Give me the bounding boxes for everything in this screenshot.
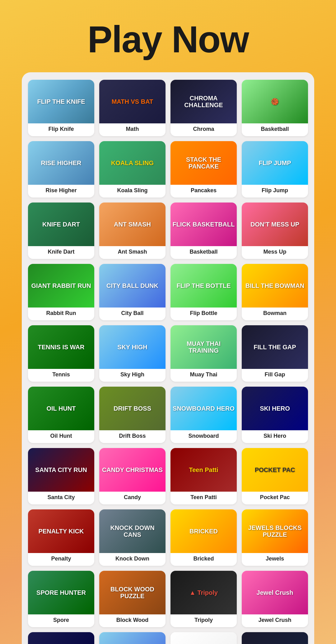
game-thumb-teen-patti: Teen Patti — [170, 448, 237, 492]
game-item-spore[interactable]: SPORE HUNTERSpore — [28, 571, 94, 627]
game-item-rabbit-run[interactable]: GIANT RABBIT RUNRabbit Run — [28, 264, 94, 320]
game-item-flip-bottle[interactable]: FLIP THE BOTTLEFlip Bottle — [170, 264, 237, 320]
game-item-chroma[interactable]: CHROMA CHALLENGEChroma — [170, 80, 237, 136]
game-label-rabbit-run: Rabbit Run — [45, 308, 77, 318]
game-label-pancakes: Pancakes — [189, 185, 218, 195]
game-label-penalty: Penalty — [50, 553, 72, 563]
game-label-mess-up: Mess Up — [262, 246, 287, 256]
game-item-sky-castle[interactable]: SKY CASTLESky Castle — [99, 632, 166, 644]
game-item-basketball[interactable]: 🏀Basketball — [242, 80, 308, 136]
game-item-megacity[interactable]: MEGACITYMegacity — [242, 632, 308, 644]
game-item-santa-city[interactable]: SANTA CITY RUNSanta City — [28, 448, 94, 504]
game-item-mess-up[interactable]: DON'T MESS UPMess Up — [242, 203, 308, 259]
game-label-math: Math — [125, 123, 140, 134]
game-thumb-flip-knife: FLIP THE KNIFE — [28, 80, 94, 123]
game-thumb-chroma: CHROMA CHALLENGE — [170, 80, 237, 123]
game-label-pocket-pac: Pocket Pac — [259, 492, 291, 502]
header: Play Now — [0, 0, 336, 72]
game-thumb-knock-down: KNOCK DOWN CANS — [99, 509, 166, 553]
game-thumb-math: MATH VS BAT — [99, 80, 166, 123]
game-item-koala-sling[interactable]: KOALA SLINGKoala Sling — [99, 141, 166, 198]
game-item-oil-hunt[interactable]: OIL HUNTOil Hunt — [28, 387, 94, 443]
game-item-teen-patti[interactable]: Teen PattiTeen Patti — [170, 448, 237, 504]
game-item-pocket-pac[interactable]: POCKET PACPocket Pac — [242, 448, 308, 504]
game-label-spore: Spore — [52, 614, 70, 625]
game-thumb-pancakes: STACK THE PANCAKE — [170, 141, 237, 185]
game-label-sky-high: Sky High — [119, 369, 146, 379]
game-thumb-fill-gap: FILL THE GAP — [242, 325, 308, 369]
game-thumb-santa-city: SANTA CITY RUN — [28, 448, 94, 492]
game-item-penalty[interactable]: PENALTY KICKPenalty — [28, 509, 94, 566]
game-item-flip-knife[interactable]: FLIP THE KNIFEFlip Knife — [28, 80, 94, 136]
game-label-bowman: Bowman — [262, 308, 288, 318]
game-thumb-hop-stars: HOP STARS — [28, 632, 94, 644]
game-thumb-ski-hero: SKI HERO — [242, 387, 308, 430]
game-thumb-tripoly: ▲ Tripoly — [170, 571, 237, 614]
game-label-fill-gap: Fill Gap — [263, 369, 286, 379]
game-item-drift-boss[interactable]: DRIFT BOSSDrift Boss — [99, 387, 166, 443]
game-label-flick-basketball: Basketball — [188, 246, 219, 256]
game-item-ant-smash[interactable]: ANT SMASHAnt Smash — [99, 203, 166, 259]
game-item-math[interactable]: MATH VS BATMath — [99, 80, 166, 136]
game-item-flick-basketball[interactable]: FLICK BASKETBALLBasketball — [170, 203, 237, 259]
game-label-candy: Candy — [123, 492, 142, 502]
game-item-muay-thai[interactable]: MUAY THAI TRAININGMuay Thai — [170, 325, 237, 382]
game-thumb-drift-boss: DRIFT BOSS — [99, 387, 166, 430]
game-label-block-wood: Block Wood — [115, 614, 150, 625]
game-label-jewel-crush: Jewel Crush — [257, 614, 292, 625]
game-thumb-oil-hunt: OIL HUNT — [28, 387, 94, 430]
game-item-candy[interactable]: CANDY CHRISTMASCandy — [99, 448, 166, 504]
game-item-flip-jump[interactable]: FLIP JUMPFlip Jump — [242, 141, 308, 198]
game-thumb-city-ball: CITY BALL DUNK — [99, 264, 166, 308]
game-label-oil-hunt: Oil Hunt — [49, 430, 73, 441]
game-thumb-snowboard: SNOWBOARD HERO — [170, 387, 237, 430]
game-thumb-flip-jump: FLIP JUMP — [242, 141, 308, 185]
game-item-bowman[interactable]: BILL THE BOWMANBowman — [242, 264, 308, 320]
game-item-tennis[interactable]: TENNIS IS WARTennis — [28, 325, 94, 382]
game-label-jewels: Jewels — [264, 553, 285, 563]
game-item-jewels[interactable]: JEWELS BLOCKS PUZZLEJewels — [242, 509, 308, 566]
game-label-knife-dart: Knife Dart — [46, 246, 76, 256]
game-label-flip-jump: Flip Jump — [260, 185, 289, 195]
game-item-pancakes[interactable]: STACK THE PANCAKEPancakes — [170, 141, 237, 198]
game-label-knock-down: Knock Down — [114, 553, 151, 563]
game-label-santa-city: Santa City — [46, 492, 76, 502]
game-thumb-penalty: PENALTY KICK — [28, 509, 94, 553]
game-label-flip-knife: Flip Knife — [47, 123, 75, 134]
game-thumb-mess-up: DON'T MESS UP — [242, 203, 308, 246]
game-thumb-knife-dart: KNIFE DART — [28, 203, 94, 246]
game-label-bricked: Bricked — [192, 553, 215, 563]
game-label-tripoly: Tripoly — [193, 614, 214, 625]
game-label-ant-smash: Ant Smash — [116, 246, 148, 256]
game-label-ski-hero: Ski Hero — [262, 430, 287, 441]
game-item-jewel-crush[interactable]: Jewel CrushJewel Crush — [242, 571, 308, 627]
game-thumb-flick-basketball: FLICK BASKETBALL — [170, 203, 237, 246]
game-item-city-ball[interactable]: CITY BALL DUNKCity Ball — [99, 264, 166, 320]
game-thumb-muay-thai: MUAY THAI TRAINING — [170, 325, 237, 369]
game-thumb-bricked: BRICKED — [170, 509, 237, 553]
game-label-koala-sling: Koala Sling — [116, 185, 149, 195]
game-thumb-flip-bottle: FLIP THE BOTTLE — [170, 264, 237, 308]
game-item-tripoly[interactable]: ▲ TripolyTripoly — [170, 571, 237, 627]
game-item-block-wood[interactable]: BLOCK WOOD PUZZLEBlock Wood — [99, 571, 166, 627]
game-label-chroma: Chroma — [192, 123, 215, 134]
game-thumb-jewels: JEWELS BLOCKS PUZZLE — [242, 509, 308, 553]
game-item-snowboard[interactable]: SNOWBOARD HEROSnowboard — [170, 387, 237, 443]
game-item-knife-dart[interactable]: KNIFE DARTKnife Dart — [28, 203, 94, 259]
game-item-rise-higher[interactable]: RISE HIGHERRise Higher — [28, 141, 94, 198]
game-item-fill-gap[interactable]: FILL THE GAPFill Gap — [242, 325, 308, 382]
game-thumb-megacity: MEGACITY — [242, 632, 308, 644]
game-item-knock-down[interactable]: KNOCK DOWN CANSKnock Down — [99, 509, 166, 566]
game-thumb-tennis: TENNIS IS WAR — [28, 325, 94, 369]
game-thumb-sky-high: SKY HIGH — [99, 325, 166, 369]
game-label-basketball: Basketball — [259, 123, 290, 134]
game-thumb-piano: 🎵 Piano — [170, 632, 237, 644]
game-item-bricked[interactable]: BRICKEDBricked — [170, 509, 237, 566]
game-item-ski-hero[interactable]: SKI HEROSki Hero — [242, 387, 308, 443]
game-item-hop-stars[interactable]: HOP STARSHop Stars — [28, 632, 94, 644]
game-item-sky-high[interactable]: SKY HIGHSky High — [99, 325, 166, 382]
game-thumb-pocket-pac: POCKET PAC — [242, 448, 308, 492]
game-thumb-koala-sling: KOALA SLING — [99, 141, 166, 185]
game-label-muay-thai: Muay Thai — [189, 369, 218, 379]
game-item-piano[interactable]: 🎵 PianoPiano — [170, 632, 237, 644]
